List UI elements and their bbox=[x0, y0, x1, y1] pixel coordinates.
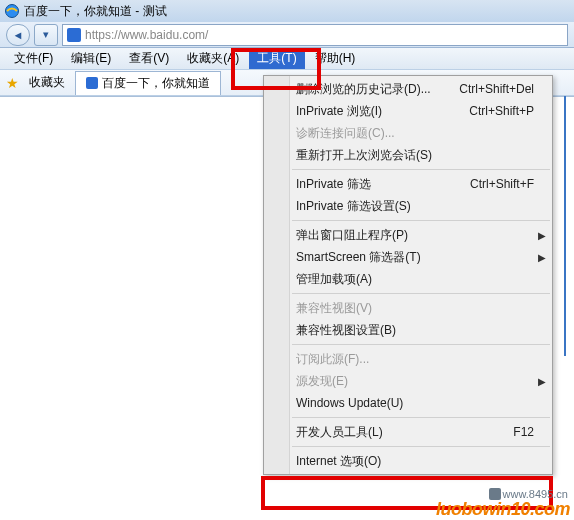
menu-item-label: InPrivate 筛选设置(S) bbox=[296, 198, 411, 215]
menu-item: 诊断连接问题(C)... bbox=[264, 122, 552, 144]
menu-item-label: SmartScreen 筛选器(T) bbox=[296, 249, 421, 266]
menu-item-label: Internet 选项(O) bbox=[296, 453, 381, 470]
tools-dropdown-menu: 删除浏览的历史记录(D)...Ctrl+Shift+DelInPrivate 浏… bbox=[263, 75, 553, 475]
menu-item: 订阅此源(F)... bbox=[264, 348, 552, 370]
submenu-arrow-icon: ▶ bbox=[538, 230, 546, 241]
tab-title: 百度一下，你就知道 bbox=[102, 75, 210, 92]
menu-item[interactable]: InPrivate 浏览(I)Ctrl+Shift+P bbox=[264, 100, 552, 122]
menu-item[interactable]: 兼容性视图设置(B) bbox=[264, 319, 552, 341]
menu-item-label: 重新打开上次浏览会话(S) bbox=[296, 147, 432, 164]
menu-bar: 文件(F) 编辑(E) 查看(V) 收藏夹(A) 工具(T) 帮助(H) bbox=[0, 48, 574, 70]
menu-item[interactable]: 开发人员工具(L)F12 bbox=[264, 421, 552, 443]
menu-item[interactable]: Windows Update(U) bbox=[264, 392, 552, 414]
window-titlebar: 百度一下，你就知道 - 测试 bbox=[0, 0, 574, 22]
tab-favicon bbox=[86, 77, 98, 89]
submenu-arrow-icon: ▶ bbox=[538, 252, 546, 263]
menu-separator bbox=[292, 293, 550, 294]
site-favicon bbox=[67, 28, 81, 42]
menu-separator bbox=[292, 344, 550, 345]
watermark-primary: luobowin10.com bbox=[436, 499, 570, 520]
menu-item-shortcut: Ctrl+Shift+Del bbox=[459, 82, 534, 96]
menu-item-label: 兼容性视图(V) bbox=[296, 300, 372, 317]
menu-view[interactable]: 查看(V) bbox=[121, 48, 177, 69]
menu-item[interactable]: 重新打开上次浏览会话(S) bbox=[264, 144, 552, 166]
menu-edit[interactable]: 编辑(E) bbox=[63, 48, 119, 69]
forward-button[interactable]: ▾ bbox=[34, 24, 58, 46]
menu-item[interactable]: 删除浏览的历史记录(D)...Ctrl+Shift+Del bbox=[264, 78, 552, 100]
menu-item[interactable]: 弹出窗口阻止程序(P)▶ bbox=[264, 224, 552, 246]
back-button[interactable]: ◄ bbox=[6, 24, 30, 46]
favorites-label[interactable]: 收藏夹 bbox=[29, 74, 65, 91]
menu-separator bbox=[292, 169, 550, 170]
menu-item-label: 诊断连接问题(C)... bbox=[296, 125, 395, 142]
url-text: https://www.baidu.com/ bbox=[85, 28, 208, 42]
menu-item-shortcut: Ctrl+Shift+F bbox=[470, 177, 534, 191]
menu-item-label: 弹出窗口阻止程序(P) bbox=[296, 227, 408, 244]
menu-tools[interactable]: 工具(T) bbox=[249, 48, 304, 69]
nav-row: ◄ ▾ https://www.baidu.com/ bbox=[0, 22, 574, 48]
menu-help[interactable]: 帮助(H) bbox=[307, 48, 364, 69]
menu-file[interactable]: 文件(F) bbox=[6, 48, 61, 69]
menu-item: 源发现(E)▶ bbox=[264, 370, 552, 392]
browser-tab[interactable]: 百度一下，你就知道 bbox=[75, 71, 221, 95]
menu-separator bbox=[292, 417, 550, 418]
menu-item-label: InPrivate 筛选 bbox=[296, 176, 371, 193]
menu-item[interactable]: 管理加载项(A) bbox=[264, 268, 552, 290]
window-title: 百度一下，你就知道 - 测试 bbox=[24, 3, 167, 20]
ie-icon bbox=[4, 3, 20, 19]
address-bar[interactable]: https://www.baidu.com/ bbox=[62, 24, 568, 46]
submenu-arrow-icon: ▶ bbox=[538, 376, 546, 387]
menu-item-label: 开发人员工具(L) bbox=[296, 424, 383, 441]
menu-item-label: 删除浏览的历史记录(D)... bbox=[296, 81, 431, 98]
favorites-star-icon[interactable]: ★ bbox=[6, 75, 19, 91]
menu-separator bbox=[292, 220, 550, 221]
menu-favorites[interactable]: 收藏夹(A) bbox=[179, 48, 247, 69]
menu-item[interactable]: InPrivate 筛选Ctrl+Shift+F bbox=[264, 173, 552, 195]
menu-item-label: 订阅此源(F)... bbox=[296, 351, 369, 368]
menu-item-shortcut: Ctrl+Shift+P bbox=[469, 104, 534, 118]
right-edge-accent bbox=[564, 96, 574, 356]
menu-item-label: 管理加载项(A) bbox=[296, 271, 372, 288]
menu-item-label: 兼容性视图设置(B) bbox=[296, 322, 396, 339]
menu-item-label: InPrivate 浏览(I) bbox=[296, 103, 382, 120]
menu-item[interactable]: InPrivate 筛选设置(S) bbox=[264, 195, 552, 217]
menu-item-label: 源发现(E) bbox=[296, 373, 348, 390]
menu-item[interactable]: Internet 选项(O) bbox=[264, 450, 552, 472]
menu-item-shortcut: F12 bbox=[513, 425, 534, 439]
menu-separator bbox=[292, 446, 550, 447]
menu-item: 兼容性视图(V) bbox=[264, 297, 552, 319]
menu-item[interactable]: SmartScreen 筛选器(T)▶ bbox=[264, 246, 552, 268]
menu-item-label: Windows Update(U) bbox=[296, 396, 403, 410]
